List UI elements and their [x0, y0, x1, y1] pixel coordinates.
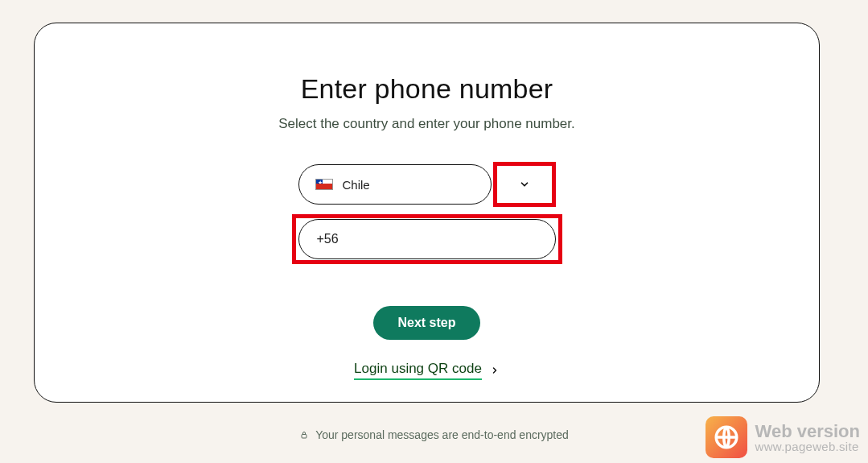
watermark: Web version www.pageweb.site	[706, 416, 860, 458]
watermark-line1: Web version	[755, 422, 860, 440]
phone-input-container[interactable]	[298, 219, 556, 259]
login-card: Enter phone number Select the country an…	[34, 23, 820, 403]
chevron-right-icon	[490, 366, 500, 375]
page-title: Enter phone number	[301, 73, 553, 105]
country-selector[interactable]: ★ Chile	[298, 164, 492, 205]
qr-login-label: Login using QR code	[354, 361, 482, 380]
chevron-down-icon	[519, 179, 530, 190]
qr-login-link[interactable]: Login using QR code	[354, 361, 500, 380]
next-step-button[interactable]: Next step	[373, 306, 479, 340]
flag-icon: ★	[315, 179, 333, 190]
encryption-text: Your personal messages are end-to-end en…	[315, 428, 569, 441]
watermark-text: Web version www.pageweb.site	[755, 422, 860, 453]
lock-icon	[299, 429, 309, 440]
phone-input-row	[292, 214, 562, 264]
globe-icon	[706, 416, 747, 458]
country-selected-label: Chile	[343, 178, 370, 192]
page-subtitle: Select the country and enter your phone …	[278, 116, 575, 132]
watermark-line2: www.pageweb.site	[755, 440, 860, 453]
country-selector-row: ★ Chile	[298, 164, 556, 205]
country-dropdown-button[interactable]	[493, 162, 556, 207]
svg-rect-0	[302, 435, 306, 439]
phone-input[interactable]	[317, 232, 555, 246]
